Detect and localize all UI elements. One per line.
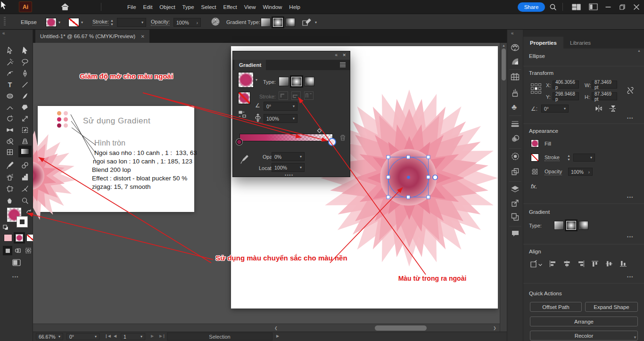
- tab-properties[interactable]: Properties: [523, 37, 563, 49]
- appearance-panel-icon[interactable]: [511, 168, 520, 176]
- props-type-freeform-button[interactable]: [578, 221, 588, 230]
- stroke-weight-stepper[interactable]: ▲▼: [110, 18, 114, 27]
- gradient-tool-selected[interactable]: [18, 146, 32, 157]
- symbols-panel-icon[interactable]: ♣: [512, 103, 517, 112]
- next-artboard-icon[interactable]: ▶: [151, 334, 154, 338]
- scroll-right-icon[interactable]: ❯: [493, 326, 496, 330]
- gradient-stroke-thumbnail[interactable]: [238, 92, 250, 104]
- eraser-tool[interactable]: [19, 103, 31, 112]
- vertical-scroll-thumb[interactable]: [502, 49, 506, 81]
- width-tool[interactable]: [4, 125, 16, 135]
- gradient-slider[interactable]: [239, 134, 333, 141]
- swatches-panel-icon[interactable]: [511, 73, 520, 81]
- recolor-button[interactable]: Recolor: [530, 331, 638, 341]
- menu-file[interactable]: File: [127, 4, 136, 10]
- gradient-button-selected[interactable]: [14, 232, 25, 244]
- gradient-panel-resize-grip[interactable]: ••••: [285, 173, 294, 178]
- align-more-button[interactable]: •••: [627, 275, 634, 279]
- menu-window[interactable]: Window: [263, 4, 282, 10]
- slice-tool[interactable]: [19, 184, 31, 194]
- menu-effect[interactable]: Effect: [223, 4, 237, 10]
- gradient-stop-start[interactable]: [236, 139, 242, 145]
- workspace-switcher-icon[interactable]: [572, 4, 581, 10]
- gradient-fill-chevron-icon[interactable]: ▾: [256, 78, 257, 82]
- artboard-tool[interactable]: [4, 184, 16, 194]
- gradient-stop-end-selected[interactable]: [329, 139, 335, 145]
- draw-normal-mode-button[interactable]: [3, 246, 12, 255]
- gradient-panel-titlebar[interactable]: « ✕: [233, 51, 350, 60]
- toolbar-collapse-icon[interactable]: «: [2, 31, 5, 36]
- gradient-panel-tab[interactable]: Gradient: [234, 60, 266, 70]
- document-tab-close-icon[interactable]: ✕: [141, 34, 145, 39]
- edit-gradient-chevron-icon[interactable]: ▾: [315, 21, 317, 24]
- previous-artboard-icon[interactable]: ◀: [114, 334, 116, 338]
- lasso-tool[interactable]: [19, 57, 31, 67]
- artboard-number-field[interactable]: 1▾: [121, 333, 145, 340]
- export-panel-icon[interactable]: [511, 199, 519, 207]
- search-icon[interactable]: [549, 3, 557, 11]
- menu-help[interactable]: Help: [289, 4, 300, 10]
- rotate-tool[interactable]: [4, 114, 16, 123]
- swap-fill-stroke-icon[interactable]: [26, 209, 32, 215]
- align-to-selection-icon[interactable]: [530, 260, 542, 268]
- reference-point-locator[interactable]: [531, 83, 541, 94]
- expand-shape-button[interactable]: Expand Shape: [585, 302, 638, 312]
- free-transform-tool[interactable]: [19, 125, 31, 135]
- transform-more-button[interactable]: •••: [627, 116, 634, 121]
- stroke-swatch-chevron-icon[interactable]: ▾: [81, 21, 83, 24]
- close-button[interactable]: [633, 4, 640, 10]
- minimize-button[interactable]: [605, 4, 611, 10]
- fx-button[interactable]: fx.: [531, 183, 537, 190]
- menu-object[interactable]: Object: [159, 4, 175, 10]
- collapse-panel-icon[interactable]: «: [335, 52, 338, 57]
- zoom-tool[interactable]: [19, 196, 31, 205]
- properties-scroll-down-icon[interactable]: ▼: [633, 335, 637, 340]
- home-icon[interactable]: [60, 2, 70, 11]
- appearance-fill-swatch[interactable]: [531, 139, 539, 147]
- gradient-panel[interactable]: « ✕ Gradient ▾ Type: Stroke: ∠ 0°▾ 100%▾…: [232, 51, 350, 177]
- selection-tool[interactable]: [4, 46, 16, 55]
- stroke-panel-icon[interactable]: [511, 120, 519, 127]
- align-center-horizontal-icon[interactable]: [563, 260, 571, 268]
- flip-horizontal-icon[interactable]: [595, 105, 603, 112]
- gradient-eyedropper-icon[interactable]: [240, 155, 248, 164]
- restore-button[interactable]: [619, 4, 626, 10]
- link-dimensions-icon[interactable]: [626, 86, 635, 95]
- screen-mode-button[interactable]: [12, 259, 21, 266]
- panel-type-linear-button[interactable]: [279, 77, 289, 86]
- align-center-vertical-icon[interactable]: [605, 260, 613, 268]
- rotation-field[interactable]: 0°▾: [66, 333, 99, 340]
- stroke-weight-label[interactable]: Stroke:: [92, 19, 109, 25]
- shaper-tool[interactable]: [4, 103, 16, 112]
- canvas-vertical-scrollbar[interactable]: ▲: [500, 43, 507, 332]
- gradient-type-radial-button[interactable]: [273, 18, 283, 27]
- gradient-type-freeform-button[interactable]: [285, 18, 295, 27]
- appearance-opacity-field[interactable]: 100%›: [568, 168, 593, 176]
- align-left-icon[interactable]: [549, 260, 557, 268]
- tab-libraries[interactable]: Libraries: [563, 37, 597, 49]
- draw-inside-mode-button[interactable]: [25, 247, 32, 254]
- w-field[interactable]: 87.3469 pt: [592, 81, 617, 89]
- gradient-aspect-field[interactable]: 100%▾: [264, 114, 297, 123]
- column-graph-tool[interactable]: [19, 172, 31, 182]
- appearance-stroke-swatch[interactable]: [531, 154, 539, 162]
- fill-color-swatch[interactable]: [46, 18, 57, 27]
- dock-expand-icon[interactable]: «: [511, 31, 514, 36]
- menu-type[interactable]: Type: [182, 4, 194, 10]
- color-panel-icon[interactable]: [511, 43, 520, 51]
- gradient-more-button[interactable]: •••: [627, 235, 634, 239]
- stroke-width-field[interactable]: ▾: [573, 154, 595, 162]
- gradient-midpoint-marker[interactable]: [317, 129, 322, 133]
- reverse-gradient-icon[interactable]: [239, 111, 246, 118]
- default-fill-stroke-icon[interactable]: [3, 225, 8, 231]
- toolbar-stroke-swatch[interactable]: [17, 216, 28, 227]
- pen-tool[interactable]: [19, 69, 31, 78]
- fill-swatch-chevron-icon[interactable]: ▾: [58, 21, 60, 24]
- panel-menu-icon[interactable]: [339, 62, 346, 68]
- x-field[interactable]: 406.3056 p: [553, 81, 579, 89]
- color-button[interactable]: [4, 234, 12, 242]
- document-setup-icon[interactable]: [589, 3, 598, 10]
- gradient-type-linear-button[interactable]: [261, 18, 271, 27]
- menu-select[interactable]: Select: [201, 4, 216, 10]
- curvature-tool[interactable]: [4, 69, 16, 78]
